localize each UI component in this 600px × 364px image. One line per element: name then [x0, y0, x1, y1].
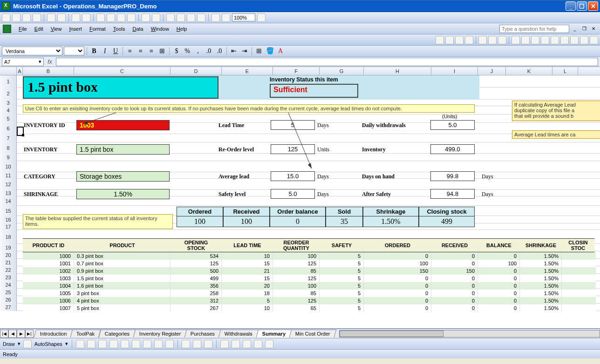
textbox-icon[interactable]	[121, 340, 129, 348]
row-header[interactable]: 9	[0, 154, 17, 161]
tb2-icon[interactable]	[521, 36, 530, 44]
rectangle-icon[interactable]	[98, 340, 107, 348]
doc-restore-button[interactable]: ❐	[580, 25, 588, 33]
row-header[interactable]: 4	[0, 106, 17, 115]
menu-insert[interactable]: Insert	[65, 25, 86, 33]
tab-nav-next[interactable]: ▶	[17, 330, 25, 338]
row-header[interactable]: 13	[0, 190, 17, 196]
row-header[interactable]: 25	[0, 289, 17, 296]
col-header[interactable]: B	[23, 67, 74, 75]
select-all-corner[interactable]	[0, 67, 17, 75]
col-header[interactable]: H	[364, 67, 431, 75]
tb2-icon[interactable]	[465, 36, 473, 44]
format-painter-icon[interactable]	[127, 13, 136, 22]
tb2-icon[interactable]	[531, 36, 539, 44]
row-header[interactable]: 7	[0, 134, 17, 142]
row-header[interactable]: 12	[0, 179, 17, 190]
table-row[interactable]: 10010.7 pint box12515125510001001.50%	[23, 260, 596, 267]
font-size-select[interactable]	[64, 47, 84, 55]
col-header[interactable]: K	[506, 67, 552, 75]
col-header[interactable]: F	[273, 67, 320, 75]
row-header[interactable]: 10	[0, 161, 17, 172]
percent-button[interactable]: %	[183, 47, 192, 56]
col-header[interactable]: A	[17, 67, 23, 75]
row-header[interactable]: 11	[0, 172, 17, 179]
wordart-icon[interactable]	[132, 340, 140, 348]
row-header[interactable]: 16	[0, 216, 17, 223]
undo-icon[interactable]	[142, 13, 150, 22]
redo-icon[interactable]	[152, 13, 160, 22]
menu-tools[interactable]: Tools	[109, 25, 129, 33]
save-icon[interactable]	[22, 13, 31, 22]
col-header[interactable]: D	[170, 67, 222, 75]
tb2-icon[interactable]	[436, 36, 444, 44]
autoshapes-menu[interactable]: AutoShapes	[34, 341, 62, 347]
table-row[interactable]: 10031.5 pint box4991512550001.50%	[23, 275, 596, 282]
formula-input[interactable]	[56, 58, 598, 66]
col-header[interactable]: J	[478, 67, 506, 75]
table-row[interactable]: 10000.3 pint box5341010050001.50%	[23, 252, 596, 260]
tab-nav-last[interactable]: ▶|	[25, 330, 34, 338]
row-header[interactable]: 21	[0, 259, 17, 266]
draw-menu[interactable]: Draw	[3, 341, 15, 347]
tb2-icon[interactable]	[511, 36, 520, 44]
row-header[interactable]: 20	[0, 251, 17, 259]
table-row[interactable]: 10075 pint box267106550001.50%	[23, 304, 596, 312]
bold-button[interactable]: B	[89, 47, 99, 56]
select-objects-icon[interactable]	[23, 340, 32, 348]
row-header[interactable]: 8	[0, 142, 17, 154]
print-icon[interactable]	[47, 13, 55, 22]
menu-edit[interactable]: Edit	[31, 25, 47, 33]
oval-icon[interactable]	[109, 340, 118, 348]
help-search-input[interactable]	[499, 25, 569, 33]
tb2-icon[interactable]	[498, 36, 506, 44]
print-preview-icon[interactable]	[57, 13, 66, 22]
row-header[interactable]: 6	[0, 123, 17, 134]
sheet-tab[interactable]: Categories	[98, 330, 136, 337]
copy-icon[interactable]	[107, 13, 115, 22]
sort-desc-icon[interactable]	[197, 13, 205, 22]
tb2-icon[interactable]	[590, 36, 598, 44]
tb2-icon[interactable]	[478, 36, 487, 44]
cut-icon[interactable]	[96, 13, 105, 22]
increase-indent-button[interactable]: ⇥	[240, 47, 249, 56]
line-style-icon[interactable]	[220, 340, 229, 348]
font-color-button[interactable]: A	[276, 47, 285, 56]
chart-wizard-icon[interactable]	[211, 13, 220, 22]
line-color-icon[interactable]	[193, 340, 201, 348]
row-header[interactable]: 27	[0, 303, 17, 311]
menu-data[interactable]: Data	[129, 25, 147, 33]
tb2-icon[interactable]	[445, 36, 454, 44]
tb2-icon[interactable]	[570, 36, 579, 44]
tab-nav-first[interactable]: |◀	[0, 330, 8, 338]
new-icon[interactable]	[2, 13, 10, 22]
fill-color-icon[interactable]	[182, 340, 190, 348]
worksheet-area[interactable]: A B C D E F G H I J K L 1234567891011121…	[0, 67, 600, 329]
help-icon[interactable]	[257, 13, 266, 22]
currency-button[interactable]: $	[172, 47, 181, 56]
tb2-icon[interactable]	[488, 36, 497, 44]
table-row[interactable]: 10064 pint box312512550001.50%	[23, 297, 596, 304]
row-header[interactable]: 17	[0, 223, 17, 230]
tb2-icon[interactable]	[551, 36, 559, 44]
doc-minimize-button[interactable]: _	[571, 25, 579, 33]
shadow-icon[interactable]	[254, 340, 262, 348]
tb2-icon[interactable]	[560, 36, 569, 44]
zoom-select[interactable]	[232, 13, 255, 21]
row-header[interactable]: 19	[0, 244, 17, 251]
tb2-icon[interactable]	[455, 36, 464, 44]
align-left-button[interactable]: ≡	[125, 47, 135, 56]
tb2-icon[interactable]	[541, 36, 549, 44]
name-box[interactable]: A7▾	[2, 58, 44, 66]
col-header[interactable]: C	[74, 67, 170, 75]
sheet-tab[interactable]: Withdrawals	[218, 330, 259, 337]
autosum-icon[interactable]	[177, 13, 185, 22]
font-color-icon[interactable]	[204, 340, 212, 348]
menu-format[interactable]: Format	[86, 25, 109, 33]
row-header[interactable]: 24	[0, 281, 17, 289]
comma-button[interactable]: ,	[193, 47, 203, 56]
sheet-tab[interactable]: Inventory Register	[133, 330, 187, 337]
menu-window[interactable]: Window	[147, 25, 173, 33]
underline-button[interactable]: U	[111, 47, 120, 56]
sheet-tab[interactable]: Introduction	[34, 330, 73, 337]
